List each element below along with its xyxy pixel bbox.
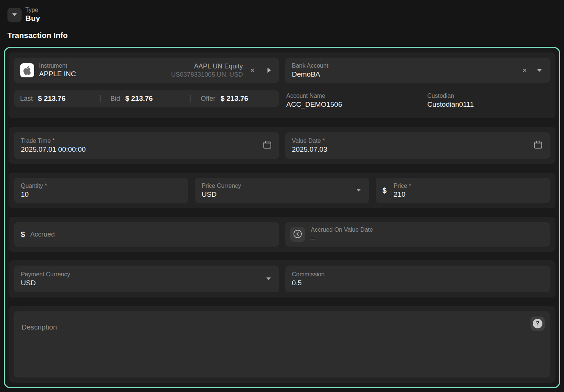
commission-label: Commission <box>292 271 544 278</box>
quote-bid-value: $ 213.76 <box>125 94 153 103</box>
account-name-value: ACC_DEMO1506 <box>286 100 416 109</box>
quote-bid: Bid $ 213.76 <box>110 94 191 103</box>
payment-currency-value: USD <box>21 279 272 287</box>
bank-account-label: Bank Account <box>292 62 544 69</box>
page-header: Type Buy Transaction Info <box>0 0 564 40</box>
account-name-label: Account Name <box>286 93 416 99</box>
quote-last-label: Last <box>20 95 33 103</box>
quote-offer: Offer $ 213.76 <box>201 94 273 103</box>
bank-account-clear-icon[interactable]: ✕ <box>522 67 527 73</box>
type-label: Type <box>25 7 40 13</box>
payment-currency-label: Payment Currency <box>21 271 272 278</box>
transaction-info-panel: Instrument APPLE INC AAPL UN Equity US03… <box>4 47 560 388</box>
calendar-icon[interactable] <box>262 140 272 151</box>
payment-currency-field[interactable]: Payment Currency USD <box>14 266 279 292</box>
help-button[interactable]: ? <box>531 317 545 331</box>
instrument-identifier: US0378331005.UN, USD <box>171 71 243 78</box>
bank-account-field[interactable]: Bank Account DemoBA ✕ <box>285 58 550 83</box>
accrued-on-value-date-label: Accrued On Value Date <box>311 226 373 233</box>
market-quotes-bar: Last $ 213.76 Bid $ 213.76 Offer $ 213.7… <box>14 90 279 107</box>
commission-value: 0.5 <box>292 279 544 287</box>
type-dropdown-button[interactable] <box>7 8 22 22</box>
accrued-field[interactable]: $ <box>14 222 279 247</box>
trade-time-field[interactable]: Trade Time * 2025.07.01 00:00:00 <box>14 132 279 159</box>
instrument-ticker: AAPL UN Equity <box>171 62 243 70</box>
type-display: Type Buy <box>25 7 40 23</box>
type-selector: Type Buy <box>7 7 557 23</box>
custodian-label: Custodian <box>427 93 474 99</box>
dollar-icon: $ <box>21 230 25 239</box>
instrument-name: APPLE INC <box>39 70 76 78</box>
description-textarea[interactable] <box>17 314 547 375</box>
account-name-block: Account Name ACC_DEMO1506 <box>286 93 416 110</box>
copy-back-button[interactable] <box>290 227 305 242</box>
price-field[interactable]: $ Price * 210 <box>376 178 550 203</box>
payment-commission-section: Payment Currency USD Commission 0.5 <box>9 260 555 298</box>
chevron-down-icon[interactable] <box>266 277 271 280</box>
instrument-bank-section: Instrument APPLE INC AAPL UN Equity US03… <box>9 52 555 118</box>
commission-field[interactable]: Commission 0.5 <box>285 266 550 292</box>
price-currency-label: Price Currency <box>202 183 362 189</box>
quote-bid-label: Bid <box>110 95 120 103</box>
value-date-field[interactable]: Value Date * 2025.07.03 <box>285 132 550 159</box>
instrument-field[interactable]: Instrument APPLE INC AAPL UN Equity US03… <box>14 58 279 83</box>
quantity-label: Quantity * <box>21 183 182 189</box>
dollar-icon: $ <box>382 186 394 195</box>
accrued-on-value-date-field: Accrued On Value Date – <box>285 222 550 247</box>
price-label: Price * <box>394 183 411 189</box>
value-date-label: Value Date * <box>292 138 544 144</box>
arrow-left-circle-icon <box>292 229 303 240</box>
custodian-block: Custodian Custodian0111 <box>416 93 474 110</box>
dates-section: Trade Time * 2025.07.01 00:00:00 Value D… <box>9 127 555 164</box>
bank-account-icons: ✕ <box>522 58 542 83</box>
instrument-name-block: Instrument APPLE INC <box>39 62 76 78</box>
trade-time-value: 2025.07.01 00:00:00 <box>21 145 272 154</box>
price-currency-field[interactable]: Price Currency USD <box>195 178 369 203</box>
transaction-form-page: Type Buy Transaction Info Instrument APP… <box>0 0 564 392</box>
accrued-input[interactable] <box>30 231 272 238</box>
chevron-down-icon <box>12 13 17 16</box>
chevron-down-icon[interactable] <box>356 189 361 192</box>
quote-divider <box>100 95 101 102</box>
quote-last: Last $ 213.76 <box>20 94 100 103</box>
apple-logo-icon <box>20 63 34 77</box>
instrument-column: Instrument APPLE INC AAPL UN Equity US03… <box>14 58 279 113</box>
trade-time-label: Trade Time * <box>21 138 272 144</box>
description-field: ? <box>14 311 550 377</box>
accrued-section: $ Accrued On Value Date – <box>9 217 555 252</box>
quantity-price-section: Quantity * 10 Price Currency USD $ Price… <box>9 173 555 208</box>
bank-account-column: Bank Account DemoBA ✕ Account Name ACC_D… <box>285 58 550 113</box>
instrument-label: Instrument <box>39 62 76 69</box>
page-title: Transaction Info <box>7 31 557 40</box>
quote-offer-value: $ 213.76 <box>221 94 248 103</box>
description-section: ? <box>9 306 555 383</box>
calendar-icon[interactable] <box>533 140 543 151</box>
instrument-ticker-block: AAPL UN Equity US0378331005.UN, USD <box>171 62 243 78</box>
instrument-clear-icon[interactable]: ✕ <box>250 67 255 73</box>
quote-last-value: $ 213.76 <box>38 94 65 103</box>
value-date-value: 2025.07.03 <box>292 145 544 154</box>
chevron-down-icon[interactable] <box>537 69 542 72</box>
quantity-value: 10 <box>21 190 182 199</box>
instrument-expand-icon[interactable] <box>267 68 271 73</box>
custodian-value: Custodian0111 <box>427 100 474 109</box>
quote-offer-label: Offer <box>201 95 215 103</box>
quote-divider <box>190 95 191 102</box>
question-mark-icon: ? <box>533 319 542 328</box>
account-info-row: Account Name ACC_DEMO1506 Custodian Cust… <box>285 93 550 110</box>
bank-account-value: DemoBA <box>292 70 544 78</box>
accrued-on-value-date-value: – <box>311 234 373 242</box>
price-value: 210 <box>394 190 411 199</box>
price-currency-value: USD <box>202 190 362 199</box>
quantity-field[interactable]: Quantity * 10 <box>14 178 188 203</box>
type-value: Buy <box>25 14 40 23</box>
